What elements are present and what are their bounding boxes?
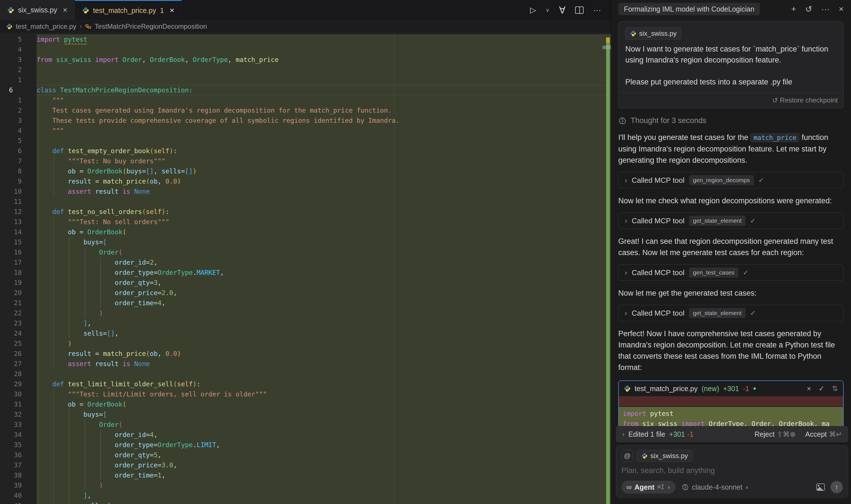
more-actions-icon[interactable]: ···: [593, 6, 601, 15]
code-line[interactable]: 13 """Test: No sell orders""": [0, 217, 611, 227]
code-line[interactable]: 34 order_id=4,: [0, 430, 611, 440]
code-line[interactable]: 31 ob = OrderBook(: [0, 399, 611, 409]
code-line[interactable]: 25 ): [0, 339, 611, 348]
close-icon[interactable]: ×: [63, 6, 67, 15]
code-line[interactable]: 30 """Test: Limit/Limit orders, sell ord…: [0, 389, 611, 399]
breadcrumb-file[interactable]: test_match_price.py: [16, 22, 76, 31]
code-line[interactable]: 29 def test_limit_limit_older_sell(self)…: [0, 379, 611, 389]
add-context-button[interactable]: @: [621, 450, 633, 462]
overview-ruler[interactable]: [601, 33, 611, 504]
code-line[interactable]: 26 result = match_price(ob, 0.0): [0, 348, 611, 359]
code-line[interactable]: 4: [0, 44, 611, 55]
code-line[interactable]: 38 order_time=1,: [0, 470, 611, 480]
code-line[interactable]: 18 order_type=OrderType.MARKET,: [0, 268, 611, 277]
more-icon[interactable]: ···: [821, 4, 830, 14]
tab-six-swiss[interactable]: six_swiss.py ×: [0, 0, 75, 20]
restore-checkpoint-button[interactable]: ↺ Restore checkpoint: [619, 93, 844, 108]
code-line[interactable]: 6class TestMatchPriceRegionDecomposition…: [0, 85, 611, 95]
code-line[interactable]: 3 These tests provide comprehensive cove…: [0, 115, 611, 126]
code-line[interactable]: 7 """Test: No buy orders""": [0, 156, 611, 166]
code-line[interactable]: 17 order_id=2,: [0, 257, 611, 268]
code-line[interactable]: 8 ob = OrderBook(buys=[], sells=[]): [0, 166, 611, 176]
code-line[interactable]: 21 order_time=4,: [0, 298, 611, 308]
code-editor[interactable]: 5import pytest43from six_swiss import Or…: [0, 33, 611, 504]
code-line[interactable]: 6 def test_empty_order_book(self):: [0, 146, 611, 156]
accept-all-button[interactable]: Accept⌘↵: [805, 430, 842, 438]
assistant-message: Now let me check what region decompositi…: [618, 195, 844, 206]
code-line[interactable]: 20 order_price=2.0,: [0, 288, 611, 298]
code-line[interactable]: 37 order_price=3.0,: [0, 460, 611, 470]
tool-name-chip: get_state_element: [689, 216, 746, 226]
chat-conversation[interactable]: six_swiss.py Now I want to generate test…: [611, 18, 851, 434]
close-icon[interactable]: ×: [170, 6, 174, 15]
expand-chevron-icon: ›: [625, 176, 627, 185]
context-chips-row: @ six_swiss.py: [621, 450, 843, 462]
mcp-tool-call-card[interactable]: › Called MCP tool gen_region_decomps ✓: [618, 172, 844, 188]
code-line[interactable]: 4 """: [0, 126, 611, 136]
code-line[interactable]: 33 Order(: [0, 419, 611, 430]
edited-actions: Reject⇧⌘⊗ Accept⌘↵: [754, 430, 842, 438]
edited-files-label[interactable]: Edited 1 file: [628, 430, 665, 438]
send-button[interactable]: ↑: [830, 481, 843, 493]
mcp-tool-call-card[interactable]: › Called MCP tool get_state_element ✓: [618, 213, 844, 229]
code-line[interactable]: 10 assert result is None: [0, 186, 611, 197]
code-line[interactable]: 5import pytest: [0, 34, 611, 44]
agent-mode-selector[interactable]: ∞ Agent ⌘I ∧: [621, 481, 675, 493]
mcp-tool-call-card[interactable]: › Called MCP tool get_state_element ✓: [618, 305, 844, 321]
code-line[interactable]: 41 sells=[: [0, 501, 611, 504]
diff-file-name[interactable]: test_match_price.py: [635, 384, 698, 393]
code-line[interactable]: 39 ): [0, 480, 611, 490]
run-dropdown-chevron-icon[interactable]: ∨: [546, 7, 550, 13]
code-line[interactable]: 35 order_type=OrderType.LIMIT,: [0, 440, 611, 450]
thought-duration-row[interactable]: Thought for 3 seconds: [618, 116, 844, 125]
code-line[interactable]: 27 assert result is None: [0, 359, 611, 369]
code-line[interactable]: 3from six_swiss import Order, OrderBook,…: [0, 55, 611, 65]
accept-diff-icon[interactable]: ✓: [818, 384, 824, 393]
reject-all-button[interactable]: Reject⇧⌘⊗: [754, 430, 796, 438]
edited-files-bar: › Edited 1 file +301 -1 Reject⇧⌘⊗ Accept…: [616, 426, 848, 442]
breadcrumb-symbol[interactable]: TestMatchPriceRegionDecomposition: [95, 22, 207, 31]
mcp-tool-call-card[interactable]: › Called MCP tool gen_test_cases ✓: [618, 264, 844, 281]
chat-title-tab[interactable]: Formalizing IML model with CodeLogician: [618, 3, 760, 15]
code-line[interactable]: 2: [0, 65, 611, 75]
expand-diff-icon[interactable]: ⇅: [832, 384, 838, 393]
code-line[interactable]: 2 Test cases generated using Imandra's r…: [0, 105, 611, 115]
context-file-chip[interactable]: six_swiss.py: [637, 450, 693, 462]
attach-image-icon[interactable]: [816, 483, 825, 491]
run-icon[interactable]: ▷: [530, 5, 536, 15]
tab-test-match-price[interactable]: test_match_price.py 1 ×: [75, 0, 182, 20]
model-selector[interactable]: claude-4-sonnet ∧: [682, 483, 748, 491]
history-icon[interactable]: ↺: [805, 4, 812, 14]
code-line[interactable]: 32 buys=[: [0, 409, 611, 419]
code-line[interactable]: 5: [0, 136, 611, 146]
code-line[interactable]: 24 sells=[],: [0, 328, 611, 339]
split-editor-icon[interactable]: [575, 6, 584, 14]
code-line[interactable]: 19 order_qty=3,: [0, 277, 611, 288]
code-line[interactable]: 36 order_qty=5,: [0, 450, 611, 460]
code-line[interactable]: 16 Order(: [0, 247, 611, 257]
code-line[interactable]: 15 buys=[: [0, 237, 611, 247]
forall-icon[interactable]: ∀: [559, 4, 566, 16]
code-line[interactable]: 12 def test_no_sell_orders(self):: [0, 207, 611, 217]
chat-pane: Formalizing IML model with CodeLogician …: [611, 0, 851, 504]
code-line[interactable]: 22 ): [0, 308, 611, 318]
brain-icon: [682, 483, 689, 491]
code-line[interactable]: 40 ],: [0, 490, 611, 501]
reject-diff-icon[interactable]: ×: [807, 384, 811, 393]
code-line[interactable]: 23 ],: [0, 318, 611, 328]
close-icon[interactable]: ×: [839, 4, 844, 14]
code-line[interactable]: 9 result = match_price(ob, 0.0): [0, 176, 611, 186]
expand-chevron-icon[interactable]: ›: [622, 430, 624, 438]
attached-file-chip[interactable]: six_swiss.py: [625, 27, 681, 40]
new-chat-icon[interactable]: +: [791, 4, 796, 14]
chat-input-box[interactable]: @ six_swiss.py Plan, search, build anyth…: [616, 445, 848, 498]
code-line[interactable]: 1: [0, 75, 611, 85]
scrollbar-thumb[interactable]: [603, 46, 611, 49]
code-line[interactable]: 14 ob = OrderBook(: [0, 227, 611, 237]
chat-input-placeholder[interactable]: Plan, search, build anything: [621, 466, 843, 475]
code-line[interactable]: 11: [0, 197, 611, 207]
code-line[interactable]: 1 """: [0, 95, 611, 105]
code-line[interactable]: 28: [0, 369, 611, 379]
generated-file-diff-card[interactable]: test_match_price.py (new) +301 -1 • × ✓ …: [618, 380, 844, 434]
model-name: claude-4-sonnet: [692, 483, 742, 491]
